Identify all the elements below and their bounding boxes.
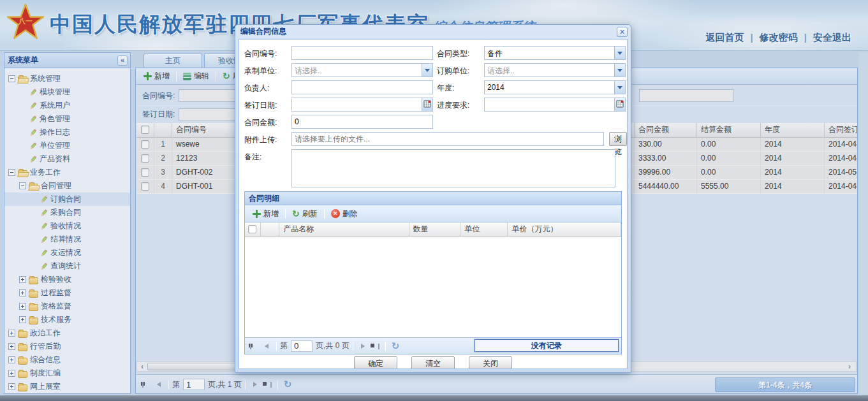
refresh-icon: ↻ <box>292 210 300 218</box>
column-header[interactable]: 产品名称 <box>279 222 409 237</box>
column-header[interactable]: 单价（万元） <box>508 222 621 237</box>
progress-input[interactable] <box>485 98 625 111</box>
form-row-4: 签订日期: 进度要求: <box>244 98 622 112</box>
chevron-down-icon[interactable] <box>614 81 625 94</box>
form-row-2: 承制单位: 请选择.. 订购单位: 请选择.. <box>244 63 622 77</box>
column-header[interactable]: 数量 <box>409 222 461 237</box>
detail-delete-button[interactable]: ✕删除 <box>328 207 360 221</box>
dialog-footer: 确定 清空 关闭 <box>239 356 627 369</box>
calendar-icon[interactable] <box>422 98 432 111</box>
ok-button[interactable]: 确定 <box>354 356 397 369</box>
calendar-icon[interactable] <box>614 98 625 111</box>
contract-no-input[interactable] <box>292 47 432 59</box>
column-header[interactable] <box>245 222 261 237</box>
chevron-down-icon[interactable] <box>614 47 625 59</box>
detail-grid-body <box>245 237 621 337</box>
detail-toolbar: 新增 ↻刷新 ✕删除 <box>245 205 621 222</box>
form-row-7: 备注: <box>244 149 622 189</box>
amount-label: 合同金额: <box>244 117 277 128</box>
no-records-message: 没有记录 <box>474 339 619 352</box>
form-row-5: 合同金额: <box>244 115 622 129</box>
year-select[interactable]: 2014 <box>484 80 626 94</box>
order-unit-label: 订购单位: <box>437 66 469 77</box>
contract-no-label: 合同编号: <box>244 48 277 59</box>
close-icon[interactable]: ✕ <box>617 27 628 37</box>
plus-icon <box>253 210 261 218</box>
first-page-icon[interactable] <box>249 341 259 351</box>
sign-date-input[interactable] <box>292 98 432 111</box>
detail-refresh-button[interactable]: ↻刷新 <box>290 207 320 221</box>
contract-detail-panel: 合同明细 新增 ↻刷新 ✕删除 产品名称数量单位单价（万元） 第 页,共 0 页 <box>244 191 622 354</box>
close-button[interactable]: 关闭 <box>469 356 512 369</box>
dialog-titlebar[interactable]: 编辑合同信息 ✕ <box>235 25 631 39</box>
dialog-body: 合同编号: 合同类型: 备件 承制单位: 请选择.. 订购单位: 请选择.. 负… <box>239 39 628 369</box>
detail-grid-header: 产品名称数量单位单价（万元） <box>245 222 621 237</box>
detail-pager: 第 页,共 0 页 ↻ 没有记录 <box>245 337 621 354</box>
column-header[interactable]: 单位 <box>460 222 508 237</box>
edit-contract-dialog: 编辑合同信息 ✕ 合同编号: 合同类型: 备件 承制单位: 请选择.. 订购单位… <box>235 24 631 373</box>
sign-date-label: 签订日期: <box>244 100 277 111</box>
pager-refresh-icon[interactable]: ↻ <box>392 340 400 352</box>
detail-add-button[interactable]: 新增 <box>250 207 281 221</box>
attachment-input[interactable] <box>292 133 603 145</box>
pager-suffix: 页,共 0 页 <box>316 340 349 351</box>
remark-label: 备注: <box>244 152 261 163</box>
detail-title: 合同明细 <box>245 192 621 205</box>
next-page-icon[interactable] <box>358 341 368 351</box>
pager-prefix: 第 <box>280 340 288 351</box>
prev-page-icon[interactable] <box>261 341 272 351</box>
year-label: 年度: <box>437 83 454 94</box>
manager-label: 负责人: <box>244 83 269 94</box>
amount-input[interactable] <box>292 115 432 128</box>
detail-page-number-input[interactable] <box>291 340 313 352</box>
attachment-label: 附件上传: <box>244 135 277 145</box>
chevron-down-icon[interactable] <box>422 64 432 77</box>
last-page-icon[interactable] <box>371 341 381 351</box>
clear-button[interactable]: 清空 <box>411 356 455 369</box>
row-checkbox[interactable] <box>248 225 256 233</box>
column-header[interactable] <box>261 222 280 237</box>
maker-unit-label: 承制单位: <box>244 66 277 77</box>
maker-unit-select[interactable]: 请选择.. <box>291 63 433 77</box>
manager-input[interactable] <box>292 81 432 94</box>
progress-label: 进度要求: <box>437 100 469 111</box>
chevron-down-icon[interactable] <box>614 64 625 77</box>
contract-type-select[interactable]: 备件 <box>484 46 626 60</box>
dialog-title: 编辑合同信息 <box>240 27 286 36</box>
form-row-6: 附件上传: 浏览 <box>244 132 622 146</box>
form-row-3: 负责人: 年度: 2014 <box>244 80 622 94</box>
remark-textarea[interactable] <box>291 149 615 187</box>
delete-icon: ✕ <box>331 209 340 218</box>
contract-type-label: 合同类型: <box>437 48 469 59</box>
order-unit-select[interactable]: 请选择.. <box>484 63 626 77</box>
form-row-1: 合同编号: 合同类型: 备件 <box>244 46 622 60</box>
browse-button[interactable]: 浏览 <box>609 132 627 146</box>
